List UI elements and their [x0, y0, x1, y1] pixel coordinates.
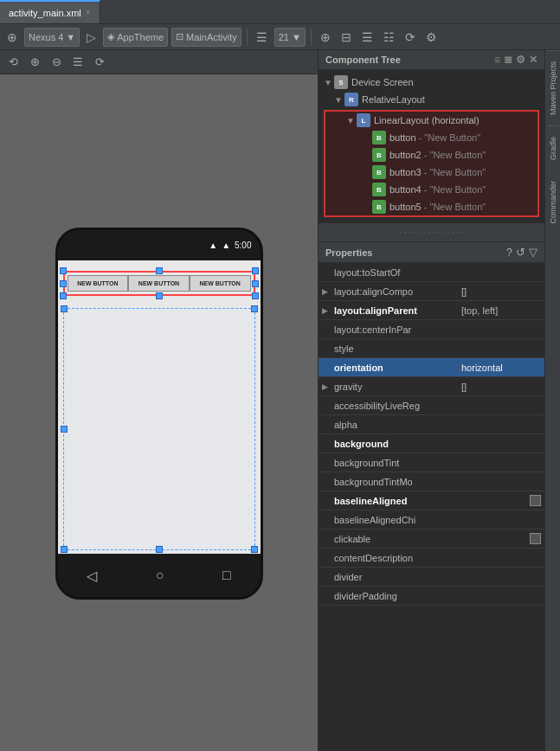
component-tree-header: Component Tree ≡ ≣ ⚙ ✕ [319, 50, 544, 70]
phone-screen[interactable]: NEW BUTTON NEW BUTTON NEW BUTTON [58, 260, 261, 554]
signal-icon: ▲ [222, 241, 230, 250]
nav-back-icon[interactable]: ◁ [87, 568, 97, 584]
prop-row-centerinpar[interactable]: layout:centerInPar [319, 320, 544, 339]
tab-activity-main[interactable]: activity_main.xml × [0, 0, 100, 23]
api-dropdown[interactable]: 21 ▼ [274, 28, 306, 47]
phone-button-3[interactable]: NEW BUTTON [190, 275, 251, 292]
tree-item-button3[interactable]: B button3 - "New Button" [325, 164, 537, 181]
apptheme-dropdown[interactable]: ◈ AppTheme [103, 28, 168, 47]
nexus-dropdown[interactable]: Nexus 4 ▼ [24, 28, 80, 47]
editor-toolbar: ⟲ ⊕ ⊖ ☰ ⟳ [0, 50, 318, 74]
editor-btn-5[interactable]: ⟳ [90, 53, 109, 72]
toolbar-icon-1[interactable]: ▷ [83, 29, 100, 46]
prop-arrow-3: ▶ [319, 306, 331, 315]
prop-row-background[interactable]: background [319, 434, 544, 453]
tree-item-relativelayout[interactable]: ▼ R RelativeLayout [319, 91, 544, 108]
tree-item-linearlayout[interactable]: ▼ L LinearLayout (horizontal) [325, 112, 537, 129]
ct-sort-icon[interactable]: ≡ [494, 54, 500, 66]
toolbar-icon-5[interactable]: ☷ [380, 29, 398, 46]
ct-sort2-icon[interactable]: ≣ [504, 54, 512, 66]
toolbar-icon-2[interactable]: ⊕ [317, 29, 334, 46]
prop-row-tostartof[interactable]: layout:toStartOf [319, 263, 544, 282]
ct-close-icon[interactable]: ✕ [529, 54, 537, 66]
nav-recent-icon[interactable]: □ [222, 568, 231, 583]
handle-tm[interactable] [156, 267, 163, 274]
prop-value-orientation: horizontal [458, 363, 544, 373]
prop-row-bgtint[interactable]: backgroundTint [319, 453, 544, 472]
screen-icon: S [334, 75, 348, 89]
phone-button-2[interactable]: NEW BUTTON [128, 275, 190, 292]
tree-item-device-screen[interactable]: ▼ S Device Screen [319, 74, 544, 91]
content-handle-tr[interactable] [251, 305, 258, 312]
toolbar-icon-6[interactable]: ⟳ [402, 29, 419, 46]
prop-name-orientation: orientation [331, 363, 458, 373]
phone-button-1[interactable]: NEW BUTTON [68, 275, 129, 292]
toolbar-icon-7[interactable]: ⚙ [422, 29, 441, 46]
apptheme-label: AppTheme [117, 32, 164, 42]
prop-checkbox-clickable[interactable] [526, 533, 544, 544]
prop-filter-icon[interactable]: ▽ [529, 246, 537, 259]
prop-row-alignparent[interactable]: ▶ layout:alignParent [top, left] [319, 301, 544, 320]
prop-row-orientation[interactable]: orientation horizontal [319, 358, 544, 377]
tree-text-btn5: button5 [389, 202, 422, 212]
apptheme-icon: ◈ [107, 31, 114, 42]
tree-item-button5[interactable]: B button5 - "New Button" [325, 198, 537, 215]
prop-help-icon[interactable]: ? [506, 246, 512, 259]
ct-settings-icon[interactable]: ⚙ [516, 54, 525, 66]
gradle-tab[interactable]: Gradle [547, 125, 559, 170]
mainactivity-dropdown[interactable]: ⊡ MainActivity [171, 28, 241, 47]
editor-btn-2[interactable]: ⊕ [25, 53, 44, 72]
toolbar-icon-4[interactable]: ☰ [358, 29, 377, 46]
tree-item-button2[interactable]: B button2 - "New Button" [325, 146, 537, 164]
tree-text-linear: LinearLayout (horizontal) [374, 115, 480, 125]
prop-row-aligncompo[interactable]: ▶ layout:alignCompo [] [319, 282, 544, 301]
prop-row-contentdesc[interactable]: contentDescription [319, 549, 544, 568]
main-content: ⟲ ⊕ ⊖ ☰ ⟳ ▲ ▲ 5:00 [0, 50, 560, 751]
content-handle-bm[interactable] [156, 546, 163, 553]
editor-btn-1[interactable]: ⟲ [3, 53, 23, 72]
tree-text-relative: RelativeLayout [362, 94, 425, 105]
editor-btn-3[interactable]: ⊖ [47, 53, 66, 72]
api-icon-button[interactable]: ☰ [253, 29, 271, 46]
handle-mr[interactable] [252, 280, 259, 287]
handle-bl[interactable] [60, 292, 67, 299]
content-handle-bl[interactable] [61, 546, 68, 553]
prop-row-accessibility[interactable]: accessibilityLiveReg [319, 396, 544, 415]
component-tree-container: ▼ S Device Screen ▼ R RelativeLayout ▼ L… [319, 70, 544, 222]
checkbox-clickable-icon [530, 533, 541, 544]
button-row-selection: NEW BUTTON NEW BUTTON NEW BUTTON [63, 271, 255, 296]
tree-item-button1[interactable]: B button - "New Button" [325, 129, 537, 146]
prop-row-divider[interactable]: divider [319, 568, 544, 587]
tab-close-button[interactable]: × [86, 8, 91, 17]
prop-row-dividerpadding[interactable]: dividerPadding [319, 587, 544, 606]
content-handle-ml[interactable] [61, 426, 68, 433]
toolbar-separator [247, 29, 248, 46]
prop-row-bgtintmo[interactable]: backgroundTintMo [319, 472, 544, 491]
prop-row-style[interactable]: style [319, 339, 544, 358]
maven-projects-tab[interactable]: Maven Projects [547, 50, 559, 125]
handle-bm[interactable] [156, 292, 163, 299]
nexus-label: Nexus 4 [29, 32, 63, 42]
toolbar-icon-3[interactable]: ⊟ [338, 29, 355, 46]
prop-undo-icon[interactable]: ↺ [516, 246, 525, 259]
handle-br[interactable] [252, 292, 259, 299]
prop-row-baselinechild[interactable]: baselineAlignedChi [319, 510, 544, 530]
tree-item-button4[interactable]: B button4 - "New Button" [325, 181, 537, 198]
prop-row-alpha[interactable]: alpha [319, 415, 544, 434]
button-row-container: NEW BUTTON NEW BUTTON NEW BUTTON [63, 271, 255, 296]
content-handle-br[interactable] [251, 546, 258, 553]
prop-row-gravity[interactable]: ▶ gravity [] [319, 377, 544, 396]
commander-tab[interactable]: Commander [547, 170, 559, 234]
nav-home-icon[interactable]: ○ [156, 568, 164, 583]
content-handle-tl[interactable] [61, 305, 68, 312]
prop-row-baseline[interactable]: baselineAligned [319, 491, 544, 510]
handle-tl[interactable] [60, 267, 67, 274]
prop-checkbox-baseline[interactable] [526, 495, 544, 506]
handle-tr[interactable] [252, 267, 259, 274]
prop-row-clickable[interactable]: clickable [319, 530, 544, 549]
tree-sub-btn3: - "New Button" [422, 167, 486, 177]
add-file-button[interactable]: ⊕ [3, 29, 21, 46]
tree-sub-btn1: - "New Button" [416, 132, 480, 143]
editor-btn-4[interactable]: ☰ [68, 53, 87, 72]
handle-ml[interactable] [60, 280, 67, 287]
